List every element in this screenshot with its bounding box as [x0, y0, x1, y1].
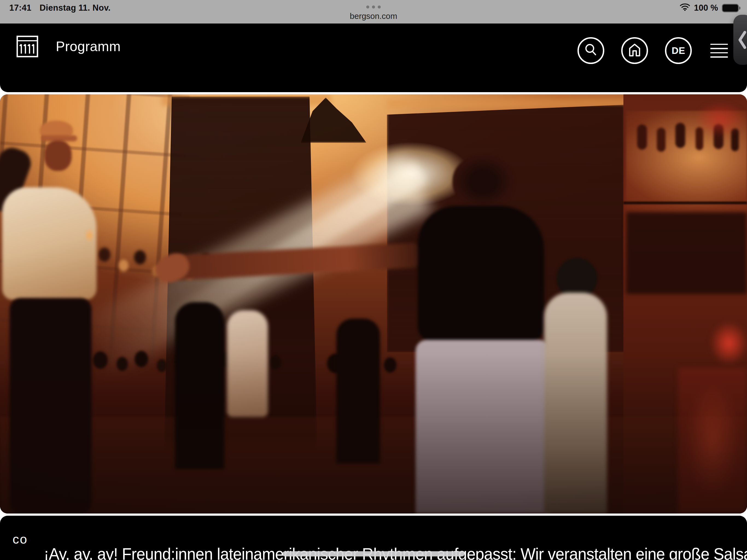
chevron-left-icon	[738, 31, 747, 49]
ipad-screen: 17:41 Dienstag 11. Nov. bergson.com 100 …	[0, 0, 747, 560]
page-options-dots[interactable]	[366, 5, 381, 8]
photo-vignette	[0, 94, 747, 513]
hero-event-photo[interactable]	[0, 94, 747, 513]
menu-button[interactable]	[711, 37, 728, 64]
language-toggle[interactable]: DE	[665, 37, 692, 64]
bergson-logo[interactable]	[17, 35, 38, 57]
site-header: Programm DE	[0, 24, 747, 92]
address-url[interactable]: bergson.com	[0, 11, 747, 21]
search-icon	[584, 44, 597, 58]
status-right: 100 %	[680, 3, 739, 13]
battery-percent: 100 %	[694, 3, 718, 13]
logo-fragment: co	[12, 532, 28, 546]
slide-over-tab[interactable]	[733, 15, 747, 65]
wifi-icon	[680, 3, 690, 13]
dot	[366, 5, 369, 8]
page-title: Programm	[56, 35, 121, 57]
home-icon	[627, 43, 642, 58]
header-nav: DE	[577, 37, 728, 64]
language-label: DE	[672, 45, 685, 56]
dot	[378, 5, 381, 8]
battery-icon	[722, 4, 739, 12]
status-bar: 17:41 Dienstag 11. Nov. bergson.com 100 …	[0, 0, 747, 24]
search-button[interactable]	[577, 37, 604, 64]
dot	[372, 5, 375, 8]
home-button[interactable]	[621, 37, 648, 64]
menu-icon	[711, 44, 728, 45]
home-indicator-bar[interactable]	[282, 551, 465, 556]
